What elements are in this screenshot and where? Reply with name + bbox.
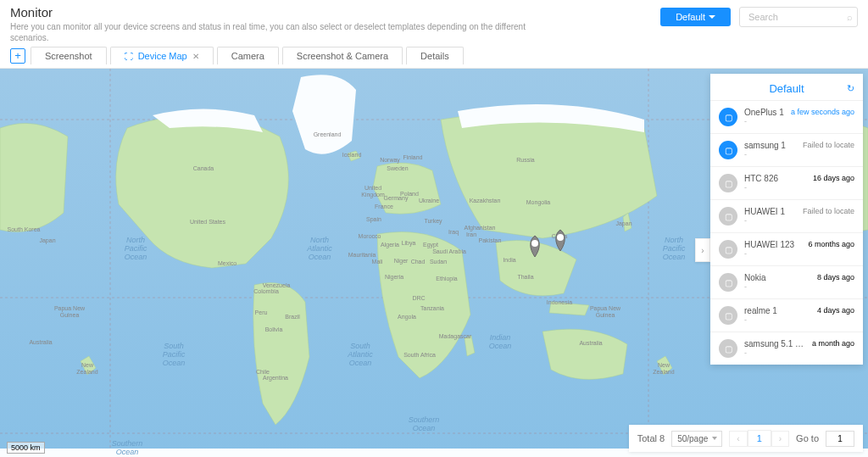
svg-text:DRC: DRC: [412, 295, 425, 301]
svg-text:Algeria: Algeria: [381, 242, 399, 248]
svg-text:Australia: Australia: [579, 340, 602, 346]
tab-device-map[interactable]: ⛶ Device Map ✕: [110, 47, 214, 64]
device-item[interactable]: ▢HUAWEI 123-6 months ago: [710, 232, 863, 265]
svg-text:SouthPacificOcean: SouthPacificOcean: [163, 342, 186, 367]
header-right: Default ⌕: [660, 7, 858, 27]
tab-label: Camera: [231, 51, 264, 61]
svg-text:South Africa: South Africa: [403, 352, 436, 358]
svg-text:Nigeria: Nigeria: [385, 274, 403, 281]
device-name: HUAWEI 123: [744, 240, 801, 249]
device-info: samsung 1-: [744, 141, 796, 159]
svg-text:SouthernOcean: SouthernOcean: [112, 439, 143, 456]
add-tab-button[interactable]: +: [10, 48, 25, 64]
svg-text:Greenland: Greenland: [314, 131, 342, 137]
search-input[interactable]: [739, 7, 858, 27]
device-item[interactable]: ▢OnePlus 1-a few seconds ago: [710, 100, 863, 133]
pager-per-page-select[interactable]: 50/page: [671, 431, 722, 447]
svg-text:Ukraine: Ukraine: [419, 198, 439, 203]
device-item[interactable]: ▢samsung 1-Failed to locate: [710, 133, 863, 166]
device-sub: -: [744, 282, 810, 291]
tab-camera[interactable]: Camera: [217, 47, 279, 64]
device-icon: ▢: [719, 240, 737, 259]
svg-text:Bolivia: Bolivia: [265, 326, 283, 332]
device-sub: -: [744, 150, 796, 159]
device-panel: Default ↻ ▢OnePlus 1-a few seconds ago▢s…: [710, 74, 863, 365]
svg-text:Russia: Russia: [516, 157, 535, 163]
device-icon: ▢: [719, 339, 737, 358]
tab-label: Screenshot & Camera: [297, 51, 388, 61]
page-subtitle: Here you can monitor all your device scr…: [10, 21, 553, 43]
pager-goto-input[interactable]: [826, 431, 854, 447]
svg-text:Egypt: Egypt: [423, 242, 438, 248]
svg-text:Finland: Finland: [403, 154, 423, 160]
refresh-icon[interactable]: ↻: [847, 83, 854, 94]
svg-text:Saudi Arabia: Saudi Arabia: [432, 248, 466, 254]
tab-screenshot-camera[interactable]: Screenshot & Camera: [282, 47, 403, 64]
device-time: 4 days ago: [817, 306, 854, 315]
tab-label: Screenshot: [45, 51, 92, 61]
device-info: HUAWEI 1-: [744, 207, 796, 225]
device-time: a month ago: [812, 339, 854, 348]
svg-text:Thaila: Thaila: [517, 274, 533, 280]
tab-label: Details: [420, 51, 449, 61]
device-item[interactable]: ▢HUAWEI 1-Failed to locate: [710, 199, 863, 232]
device-time: 16 days ago: [813, 174, 854, 182]
svg-text:IndianOcean: IndianOcean: [489, 333, 512, 350]
panel-collapse-button[interactable]: ›: [695, 238, 710, 262]
svg-text:UnitedKingdom: UnitedKingdom: [361, 185, 385, 198]
svg-text:Angola: Angola: [398, 314, 416, 320]
device-icon: ▢: [719, 306, 737, 325]
page-title: Monitor: [10, 5, 553, 20]
pager-total: Total 8: [637, 433, 665, 443]
svg-text:Pakistan: Pakistan: [479, 237, 502, 243]
close-icon[interactable]: ✕: [192, 52, 199, 61]
svg-point-73: [531, 240, 538, 247]
device-time: a few seconds ago: [791, 108, 854, 116]
device-time: Failed to locate: [803, 141, 854, 149]
svg-text:Brazil: Brazil: [285, 314, 300, 320]
device-item[interactable]: ▢HTC 826-16 days ago: [710, 166, 863, 199]
device-time: 8 days ago: [817, 273, 854, 281]
device-list[interactable]: ▢OnePlus 1-a few seconds ago▢samsung 1-F…: [710, 100, 863, 365]
world-map[interactable]: NorthPacificOcean NorthAtlanticOcean Sou…: [0, 69, 868, 457]
svg-text:Canada: Canada: [193, 165, 214, 171]
svg-text:Argentina: Argentina: [263, 375, 288, 382]
tab-details[interactable]: Details: [406, 47, 464, 64]
svg-text:SouthAtlanticOcean: SouthAtlanticOcean: [347, 342, 373, 367]
device-time: 6 months ago: [808, 240, 854, 248]
device-item[interactable]: ▢samsung 5.1 ta...-a month ago: [710, 332, 863, 365]
svg-text:United States: United States: [190, 219, 226, 225]
map-scale: 5000 km: [7, 442, 45, 454]
svg-text:Ethiopia: Ethiopia: [436, 276, 457, 282]
svg-text:Japan: Japan: [615, 220, 632, 227]
svg-text:Chile: Chile: [256, 369, 270, 375]
search-box: ⌕: [739, 7, 858, 27]
template-default-button[interactable]: Default: [660, 8, 731, 26]
search-icon[interactable]: ⌕: [847, 12, 853, 22]
device-name: samsung 1: [744, 141, 796, 150]
device-info: OnePlus 1-: [744, 108, 784, 125]
tab-screenshot[interactable]: Screenshot: [31, 47, 107, 64]
pager-next-button[interactable]: ›: [771, 431, 789, 447]
device-info: HUAWEI 123-: [744, 240, 801, 258]
device-name: Nokia: [744, 273, 810, 282]
pager-page-1[interactable]: 1: [748, 430, 771, 447]
device-name: samsung 5.1 ta...: [744, 339, 805, 348]
device-icon: ▢: [719, 273, 737, 292]
tabs-row: + Screenshot ⛶ Device Map ✕ Camera Scree…: [0, 47, 868, 69]
device-item[interactable]: ▢realme 1-4 days ago: [710, 298, 863, 332]
device-sub: -: [744, 315, 810, 324]
svg-text:Mexico: Mexico: [218, 260, 236, 266]
svg-text:Poland: Poland: [400, 191, 419, 197]
svg-text:NorthPacificOcean: NorthPacificOcean: [663, 236, 686, 261]
device-name: OnePlus 1: [744, 108, 784, 117]
device-item[interactable]: ▢Nokia-8 days ago: [710, 265, 863, 298]
pager-prev-button[interactable]: ‹: [729, 431, 747, 447]
device-sub: -: [744, 117, 784, 125]
svg-text:Spain: Spain: [366, 216, 381, 223]
device-info: realme 1-: [744, 306, 810, 324]
svg-text:Iran: Iran: [466, 231, 476, 237]
device-icon: ▢: [719, 108, 737, 126]
device-icon: ▢: [719, 141, 737, 159]
svg-text:France: France: [375, 203, 393, 209]
